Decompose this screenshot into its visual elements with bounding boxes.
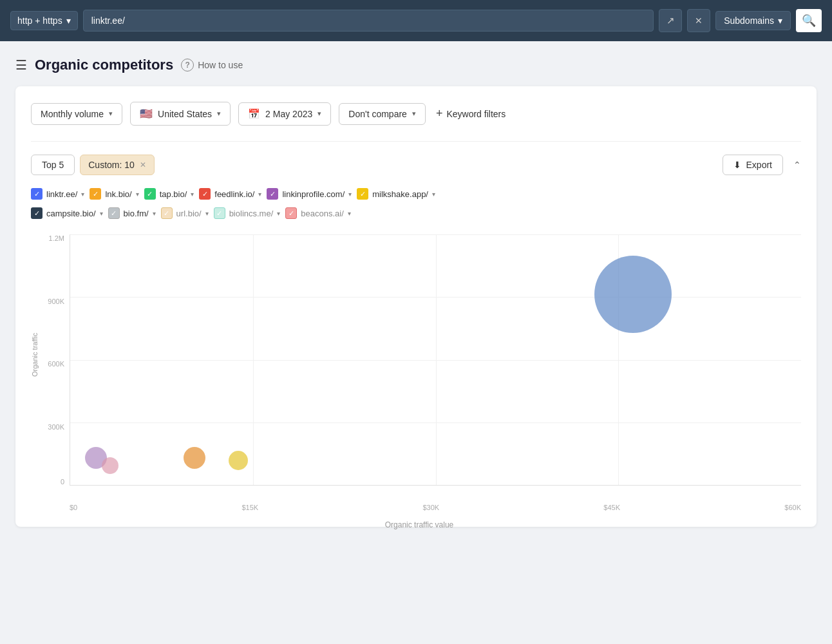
competitor-tag-lnkbio[interactable]: ✓ lnk.bio/ ▾ xyxy=(90,188,138,200)
competitor-tag-beacons[interactable]: ✓ beacons.ai/ ▾ xyxy=(285,207,351,219)
linktr-checkbox[interactable]: ✓ xyxy=(31,188,43,200)
compare-label: Don't compare xyxy=(348,109,407,119)
date-filter[interactable]: 📅 2 May 2023 ▾ xyxy=(238,102,331,126)
tabs-left: Top 5 Custom: 10 ✕ xyxy=(31,155,155,175)
x-axis-title: Organic traffic value xyxy=(385,520,454,529)
linktr-label: linktr.ee/ xyxy=(46,189,77,199)
competitor-tag-tapbio[interactable]: ✓ tap.bio/ ▾ xyxy=(144,188,194,200)
flag-icon: 🇺🇸 xyxy=(140,108,153,120)
urlbio-label: url.bio/ xyxy=(176,209,202,218)
lnkbio-checkbox[interactable]: ✓ xyxy=(90,188,101,200)
biolincs-checkbox[interactable]: ✓ xyxy=(214,207,225,219)
competitors-header: Top 5 Custom: 10 ✕ ⬇ Export ⌃ xyxy=(31,155,801,175)
bubble-yellow xyxy=(229,451,248,470)
competitor-tags: ✓ linktr.ee/ ▾ ✓ lnk.bio/ ▾ ✓ tap.bio/ ▾… xyxy=(31,188,801,200)
external-link-icon: ↗ xyxy=(667,15,675,26)
beacons-arrow[interactable]: ▾ xyxy=(348,210,351,217)
tapbio-arrow[interactable]: ▾ xyxy=(191,191,194,198)
competitor-tags-row2: ✓ campsite.bio/ ▾ ✓ bio.fm/ ▾ ✓ url.bio/… xyxy=(31,207,801,219)
bubble-main xyxy=(594,256,672,333)
biofm-arrow[interactable]: ▾ xyxy=(153,210,156,217)
top-5-tab[interactable]: Top 5 xyxy=(31,155,75,175)
campsite-label: campsite.bio/ xyxy=(46,209,96,218)
close-button[interactable]: ✕ xyxy=(687,9,710,32)
collapse-button[interactable]: ⌃ xyxy=(793,160,801,170)
date-arrow: ▾ xyxy=(317,109,321,118)
campsite-arrow[interactable]: ▾ xyxy=(100,210,103,217)
help-icon: ? xyxy=(181,59,194,71)
beacons-checkbox[interactable]: ✓ xyxy=(285,207,297,219)
competitor-tag-linkinprofile[interactable]: ✓ linkinprofile.com/ ▾ xyxy=(267,188,352,200)
external-link-button[interactable]: ↗ xyxy=(659,9,682,32)
milkshake-checkbox[interactable]: ✓ xyxy=(357,188,368,200)
beacons-label: beacons.ai/ xyxy=(301,209,344,218)
competitor-tag-feedlink[interactable]: ✓ feedlink.io/ ▾ xyxy=(199,188,261,200)
urlbio-arrow[interactable]: ▾ xyxy=(205,210,209,217)
linkinprofile-arrow[interactable]: ▾ xyxy=(348,191,352,198)
competitor-tag-biofm[interactable]: ✓ bio.fm/ ▾ xyxy=(108,207,156,219)
filter-bar: Monthly volume ▾ 🇺🇸 United States ▾ 📅 2 … xyxy=(31,102,801,126)
protocol-label: http + https xyxy=(17,15,62,26)
main-card: Monthly volume ▾ 🇺🇸 United States ▾ 📅 2 … xyxy=(15,86,817,527)
urlbio-checkbox[interactable]: ✓ xyxy=(161,207,173,219)
how-to-use-button[interactable]: ? How to use xyxy=(181,59,243,71)
biofm-checkbox[interactable]: ✓ xyxy=(108,207,120,219)
plus-icon: + xyxy=(436,107,443,120)
keyword-filters-label: Keyword filters xyxy=(446,109,506,119)
competitor-tag-biolincs[interactable]: ✓ biolincs.me/ ▾ xyxy=(214,207,281,219)
search-icon: 🔍 xyxy=(802,14,816,28)
feedlink-checkbox[interactable]: ✓ xyxy=(199,188,211,200)
monthly-volume-arrow: ▾ xyxy=(109,109,113,118)
competitor-tag-milkshake[interactable]: ✓ milkshake.app/ ▾ xyxy=(357,188,435,200)
biolincs-arrow[interactable]: ▾ xyxy=(277,210,280,217)
custom-10-tab[interactable]: Custom: 10 ✕ xyxy=(80,155,155,175)
campsite-checkbox[interactable]: ✓ xyxy=(31,207,43,219)
compare-filter[interactable]: Don't compare ▾ xyxy=(339,103,426,125)
y-tick-1.2m: 1.2M xyxy=(49,234,64,242)
linkinprofile-checkbox[interactable]: ✓ xyxy=(267,188,278,200)
competitor-tag-campsite[interactable]: ✓ campsite.bio/ ▾ xyxy=(31,207,103,219)
url-input[interactable] xyxy=(83,10,654,32)
x-tick-60k: $60K xyxy=(784,504,801,511)
top-5-label: Top 5 xyxy=(42,160,64,170)
biolincs-label: biolincs.me/ xyxy=(229,209,274,218)
x-axis-labels: $0 $15K $30K $45K $60K xyxy=(70,504,801,511)
export-button[interactable]: ⬇ Export xyxy=(723,155,783,175)
competitor-tag-linktr[interactable]: ✓ linktr.ee/ ▾ xyxy=(31,188,84,200)
subdomains-select[interactable]: Subdomains ▾ xyxy=(715,11,791,30)
subdomains-arrow: ▾ xyxy=(778,15,782,26)
search-button[interactable]: 🔍 xyxy=(796,9,822,32)
hamburger-icon[interactable]: ☰ xyxy=(15,57,27,73)
protocol-dropdown-arrow: ▾ xyxy=(66,15,71,26)
keyword-filters-button[interactable]: + Keyword filters xyxy=(433,102,508,126)
y-tick-900k: 900K xyxy=(48,298,64,305)
close-icon: ✕ xyxy=(695,15,703,26)
y-tick-0: 0 xyxy=(61,478,64,486)
monthly-volume-filter[interactable]: Monthly volume ▾ xyxy=(31,103,122,125)
competitor-tag-urlbio[interactable]: ✓ url.bio/ ▾ xyxy=(161,207,209,219)
feedlink-arrow[interactable]: ▾ xyxy=(258,191,261,198)
page-title: Organic competitors xyxy=(35,57,173,73)
custom-10-label: Custom: 10 xyxy=(88,160,135,170)
country-arrow: ▾ xyxy=(217,109,221,118)
linktr-arrow[interactable]: ▾ xyxy=(81,191,84,198)
protocol-select[interactable]: http + https ▾ xyxy=(10,11,78,30)
custom-tab-close[interactable]: ✕ xyxy=(140,160,146,169)
date-label: 2 May 2023 xyxy=(265,109,312,119)
chart-area: Organic traffic 1.2M 900K 600K 300K 0 xyxy=(37,234,801,511)
milkshake-arrow[interactable]: ▾ xyxy=(432,191,435,198)
lnkbio-label: lnk.bio/ xyxy=(105,189,131,199)
lnkbio-arrow[interactable]: ▾ xyxy=(136,191,139,198)
nav-bar: http + https ▾ ↗ ✕ Subdomains ▾ 🔍 xyxy=(0,0,832,41)
milkshake-label: milkshake.app/ xyxy=(372,189,428,199)
subdomains-label: Subdomains xyxy=(724,15,774,26)
main-content: ☰ Organic competitors ? How to use Month… xyxy=(0,41,832,644)
y-tick-600k: 600K xyxy=(48,360,64,368)
x-tick-30k: $30K xyxy=(422,504,439,511)
tapbio-checkbox[interactable]: ✓ xyxy=(144,188,156,200)
compare-arrow: ▾ xyxy=(412,109,416,118)
grid-line-v-50 xyxy=(436,234,437,485)
chart-inner xyxy=(70,234,801,486)
country-filter[interactable]: 🇺🇸 United States ▾ xyxy=(130,102,231,126)
x-tick-15k: $15K xyxy=(241,504,258,511)
